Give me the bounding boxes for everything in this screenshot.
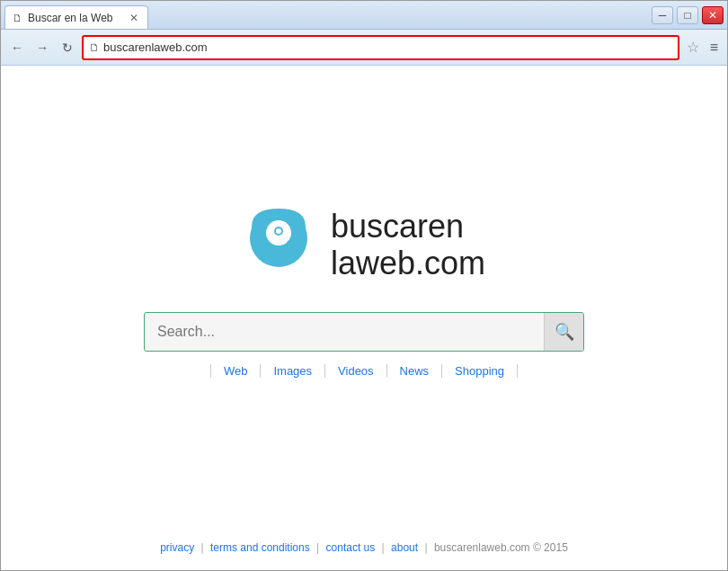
page-content: buscaren laweb.com 🔍 Web Images Videos N… <box>1 66 727 570</box>
browser-tab[interactable]: 🗋 Buscar en la Web ✕ <box>4 5 148 29</box>
footer-link-about[interactable]: about <box>391 541 418 554</box>
nav-item-shopping[interactable]: Shopping <box>441 364 518 378</box>
search-input[interactable] <box>145 313 544 351</box>
tab-page-icon: 🗋 <box>13 13 22 23</box>
footer-sep-1: | <box>201 541 204 554</box>
footer-link-contact[interactable]: contact us <box>326 541 376 554</box>
tab-title: Buscar en la Web <box>28 12 113 24</box>
tab-close-button[interactable]: ✕ <box>128 12 140 24</box>
nav-item-news[interactable]: News <box>386 364 442 378</box>
search-nav: Web Images Videos News Shopping <box>210 364 518 378</box>
address-bar[interactable]: 🗋 buscarenlaweb.com <box>82 35 679 60</box>
search-icon: 🔍 <box>555 322 574 342</box>
footer-sep-3: | <box>382 541 385 554</box>
nav-item-web[interactable]: Web <box>210 364 261 378</box>
nav-bar: ← → ↻ 🗋 buscarenlaweb.com ☆ ≡ <box>1 30 727 66</box>
footer-sep-4: | <box>424 541 427 554</box>
menu-button[interactable]: ≡ <box>706 40 722 56</box>
minimize-button[interactable]: ─ <box>652 6 673 24</box>
logo-text: buscaren laweb.com <box>331 208 485 282</box>
page-icon: 🗋 <box>89 41 100 54</box>
footer-link-privacy[interactable]: privacy <box>160 541 194 554</box>
search-bar[interactable]: 🔍 <box>144 312 584 352</box>
nav-item-videos[interactable]: Videos <box>324 364 386 378</box>
back-button[interactable]: ← <box>6 37 28 58</box>
bookmark-button[interactable]: ☆ <box>683 39 703 56</box>
forward-icon: → <box>36 40 49 55</box>
svg-point-3 <box>276 228 281 234</box>
logo-line2: laweb.com <box>331 245 485 281</box>
search-button[interactable]: 🔍 <box>544 313 583 351</box>
logo-area: buscaren laweb.com <box>243 204 485 285</box>
footer-sep-2: | <box>316 541 319 554</box>
refresh-button[interactable]: ↻ <box>57 37 78 58</box>
maximize-button[interactable]: □ <box>677 6 698 24</box>
window-controls: ─ □ ✕ <box>652 6 724 24</box>
footer-copyright: buscarenlaweb.com © 2015 <box>434 541 568 554</box>
logo-line1: buscaren <box>331 208 485 245</box>
back-icon: ← <box>11 40 23 55</box>
logo-icon <box>243 204 315 285</box>
title-bar: 🗋 Buscar en la Web ✕ ─ □ ✕ <box>1 1 727 30</box>
footer-link-terms[interactable]: terms and conditions <box>210 541 310 554</box>
page-footer: privacy | terms and conditions | contact… <box>1 541 727 554</box>
nav-item-images[interactable]: Images <box>260 364 324 378</box>
tab-area: 🗋 Buscar en la Web ✕ <box>4 1 652 29</box>
refresh-icon: ↻ <box>62 40 73 55</box>
close-button[interactable]: ✕ <box>702 6 724 24</box>
forward-button[interactable]: → <box>31 37 53 58</box>
address-text: buscarenlaweb.com <box>103 40 672 54</box>
browser-window: 🗋 Buscar en la Web ✕ ─ □ ✕ ← → ↻ 🗋 busca… <box>0 0 728 571</box>
